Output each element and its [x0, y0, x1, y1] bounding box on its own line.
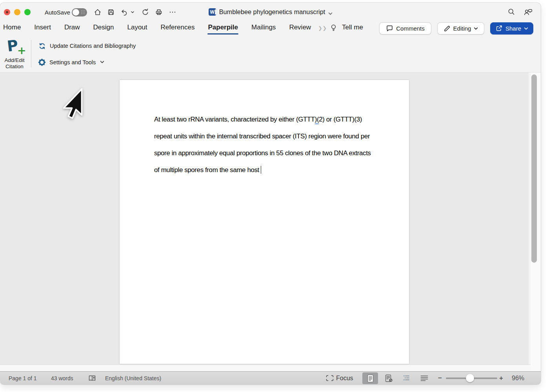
print-layout-view-button[interactable] [362, 372, 378, 384]
tab-layout[interactable]: Layout [127, 22, 147, 34]
tab-references[interactable]: References [161, 22, 195, 34]
focus-button[interactable]: Focus [336, 372, 353, 385]
add-edit-citation-button[interactable]: Add/Edit Citation [2, 57, 27, 69]
mouse-cursor [62, 87, 84, 121]
share-presence-icon[interactable] [523, 7, 533, 16]
settings-dropdown-icon [100, 59, 104, 65]
doc-line3: spore in approximately equal proportions… [154, 145, 371, 162]
word-count[interactable]: 43 words [51, 372, 73, 385]
zoom-out-button[interactable]: − [438, 372, 442, 385]
tab-mailings[interactable]: Mailings [251, 22, 276, 34]
editing-dropdown-icon [474, 26, 478, 31]
focus-icon [326, 372, 334, 385]
more-tabs-icon[interactable]: ❯❯ [318, 25, 327, 31]
editing-pencil-icon [444, 25, 451, 32]
grammar-underline: )( [315, 116, 319, 124]
word-app-icon: W [209, 8, 216, 16]
vertical-scrollbar[interactable] [531, 73, 541, 371]
title-dropdown-icon[interactable] [328, 10, 332, 14]
tab-draw[interactable]: Draw [64, 22, 80, 34]
text-caret [261, 166, 262, 174]
comments-icon [386, 25, 393, 32]
doc-line1: At least two rRNA variants, characterize… [154, 111, 371, 128]
update-citations-button[interactable]: Update Citations and Bibliography [38, 42, 136, 50]
draft-view-icon [420, 375, 428, 381]
tab-tellme[interactable]: Tell me [342, 22, 363, 34]
status-bar: Page 1 of 1 43 words English (United Sta… [0, 371, 541, 385]
gear-icon [38, 58, 46, 66]
document-page[interactable]: At least two rRNA variants, characterize… [120, 80, 409, 364]
tab-review[interactable]: Review [289, 22, 311, 34]
proofing-icon[interactable] [88, 372, 96, 385]
share-icon [495, 25, 503, 32]
refresh-icon [38, 42, 46, 50]
outline-view-button[interactable] [399, 372, 415, 384]
paperpile-logo[interactable]: P + [5, 38, 25, 57]
doc-line4: of multiple spores from the same host [154, 162, 371, 178]
share-button[interactable]: Share [490, 22, 533, 34]
tab-home[interactable]: Home [3, 22, 21, 34]
document-title[interactable]: Bumblebee phylogenetics manuscript [219, 8, 325, 16]
outline-view-icon [403, 375, 411, 381]
horizontal-scrollbar[interactable] [0, 365, 531, 371]
settings-tools-button[interactable]: Settings and Tools [38, 58, 104, 66]
tellme-bulb-icon [330, 24, 337, 33]
web-layout-view-button[interactable] [381, 372, 397, 384]
zoom-in-button[interactable]: + [499, 372, 503, 385]
ribbon-divider [31, 40, 31, 67]
doc-line2: repeat units within the internal transcr… [154, 128, 371, 145]
search-icon[interactable] [507, 7, 516, 16]
zoom-slider-knob[interactable] [466, 374, 474, 382]
page-count[interactable]: Page 1 of 1 [9, 372, 37, 385]
editing-button[interactable]: Editing [437, 22, 484, 34]
comments-button[interactable]: Comments [379, 22, 431, 34]
tab-paperpile[interactable]: Paperpile [208, 22, 238, 34]
tab-design[interactable]: Design [93, 22, 114, 34]
share-dropdown-icon [524, 26, 528, 31]
zoom-level[interactable]: 96% [512, 372, 524, 385]
word-window: AutoSave W Bumblebee phylogenetics manus… [0, 3, 541, 385]
scrollbar-thumb[interactable] [531, 74, 537, 263]
tab-insert[interactable]: Insert [34, 22, 51, 34]
draft-view-button[interactable] [416, 372, 432, 384]
print-layout-icon [367, 374, 374, 383]
language-status[interactable]: English (United States) [105, 372, 161, 385]
web-layout-icon [385, 374, 393, 383]
document-text[interactable]: At least two rRNA variants, characterize… [154, 111, 371, 178]
ribbon-tabs: Home Insert Draw Design Layout Reference… [3, 22, 363, 34]
